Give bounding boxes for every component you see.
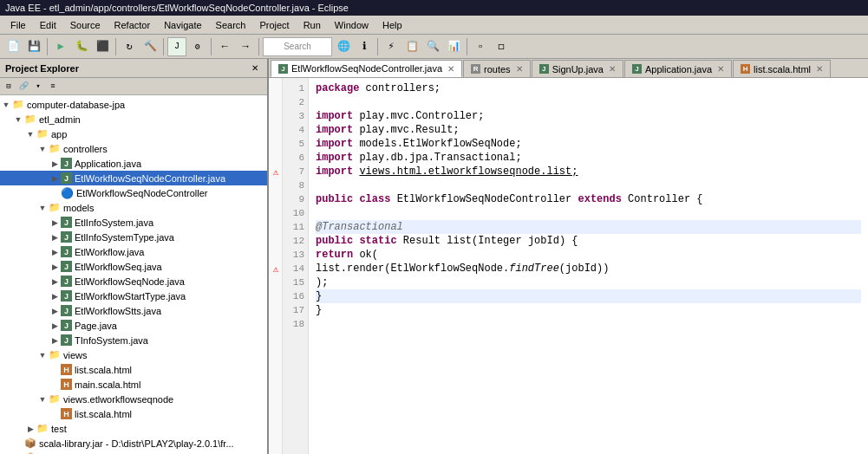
tree-expander[interactable]: ▶ — [49, 233, 61, 242]
toolbar-globe[interactable]: 🌐 — [334, 37, 353, 56]
menu-refactor[interactable]: Refactor — [108, 18, 158, 32]
editor-tab[interactable]: J EtlWorkflowSeqNodeController.java ✕ — [271, 60, 462, 77]
tree-expander[interactable]: ▶ — [49, 248, 61, 256]
toolbar-debug[interactable]: 🐛 — [72, 37, 91, 56]
explorer-content[interactable]: ▼📁computer-database-jpa▼📁etl_admin▼📁app▼… — [0, 95, 267, 454]
tree-item[interactable]: ▶JEtlWorkflow.java — [0, 244, 267, 259]
tree-expander[interactable]: ▼ — [12, 115, 24, 124]
folder-icon: 📁 — [24, 114, 36, 125]
tree-item[interactable]: ▶JPage.java — [0, 318, 267, 333]
toolbar-info[interactable]: ℹ — [355, 37, 374, 56]
tree-item[interactable]: ▶JEtlInfoSystemType.java — [0, 230, 267, 244]
tab-close[interactable]: ✕ — [447, 64, 454, 74]
explorer-view-menu[interactable]: ≡ — [46, 80, 60, 94]
tree-item[interactable]: ▼📁etl_admin — [0, 112, 267, 126]
tab-close[interactable]: ✕ — [816, 64, 823, 74]
menu-source[interactable]: Source — [63, 18, 108, 32]
tree-expander[interactable]: ▶ — [49, 307, 61, 315]
tree-item[interactable]: Hlist.scala.html — [0, 362, 267, 377]
editor-tab[interactable]: J Application.java ✕ — [624, 60, 732, 77]
tree-item[interactable]: ▶JApplication.java — [0, 156, 267, 171]
tree-item[interactable]: ▼📁views.etlworkflowseqnode — [0, 392, 267, 406]
java-icon: J — [61, 334, 72, 346]
toolbar-build[interactable]: 🔨 — [140, 37, 160, 56]
tree-item[interactable]: ▶JEtlWorkflowSeqNode.java — [0, 274, 267, 289]
tree-item[interactable]: Hlist.scala.html — [0, 406, 267, 421]
tree-item[interactable]: ▶JEtlWorkflowStts.java — [0, 303, 267, 318]
tree-item[interactable]: ▶JTInfoSystem.java — [0, 333, 267, 347]
explorer-link-editor[interactable]: 🔗 — [16, 80, 30, 94]
tree-expander[interactable]: ▼ — [0, 101, 12, 109]
tree-expander[interactable]: ▶ — [49, 159, 61, 168]
tree-item[interactable]: Hmain.scala.html — [0, 377, 267, 392]
tree-expander[interactable]: ▼ — [36, 395, 49, 404]
toolbar-sep6 — [377, 38, 378, 55]
tree-item[interactable]: ▼📁computer-database-jpa — [0, 97, 267, 112]
tree-expander[interactable]: ▼ — [36, 145, 49, 153]
tree-item[interactable]: ▶📁test — [0, 421, 267, 436]
tab-close[interactable]: ✕ — [516, 64, 523, 74]
toolbar-minimize[interactable]: ▫ — [471, 37, 490, 56]
editor-tab[interactable]: J SignUp.java ✕ — [532, 60, 623, 77]
tree-expander[interactable]: ▶ — [49, 321, 61, 330]
tree-expander[interactable]: ▶ — [49, 218, 61, 227]
explorer-collapse-all[interactable]: ⊟ — [2, 80, 16, 94]
toolbar-search[interactable]: Search — [263, 37, 332, 56]
toolbar-extra3[interactable]: 🔍 — [423, 37, 442, 56]
tree-item[interactable]: ▶JEtlWorkflowSeq.java — [0, 259, 267, 274]
tree-item[interactable]: ▼📁app — [0, 126, 267, 141]
tree-item[interactable]: ▼📁models — [0, 200, 267, 215]
tab-close[interactable]: ✕ — [717, 64, 724, 74]
editor-tab[interactable]: H list.scala.html ✕ — [733, 60, 831, 77]
toolbar-extra2[interactable]: 📋 — [402, 37, 421, 56]
java-icon: J — [61, 290, 72, 302]
tree-item[interactable]: ▶JEtlInfoSystem.java — [0, 215, 267, 230]
tree-expander[interactable]: ▼ — [24, 130, 36, 139]
toolbar-new[interactable]: 📄 — [3, 37, 23, 56]
html-icon: H — [61, 408, 72, 419]
toolbar-stop[interactable]: ⬛ — [93, 37, 112, 56]
tree-expander[interactable]: ▼ — [36, 204, 49, 212]
code-area[interactable]: package controllers; import play.mvc.Con… — [309, 78, 868, 454]
tree-expander[interactable]: ▼ — [36, 351, 49, 360]
tree-expander[interactable]: ▶ — [49, 263, 61, 271]
tree-item[interactable]: ▼📁controllers — [0, 141, 267, 156]
explorer-close-btn[interactable]: ✕ — [248, 62, 262, 75]
tab-close[interactable]: ✕ — [609, 64, 616, 74]
tree-item[interactable]: ▼📁views — [0, 347, 267, 362]
toolbar-refresh[interactable]: ↻ — [120, 37, 139, 56]
toolbar-extra4[interactable]: 📊 — [444, 37, 463, 56]
toolbar-run[interactable]: ▶ — [51, 37, 70, 56]
menu-file[interactable]: File — [3, 18, 33, 32]
menu-run[interactable]: Run — [297, 18, 328, 32]
tree-expander[interactable]: ▶ — [49, 277, 61, 286]
toolbar-extra1[interactable]: ⚡ — [382, 37, 401, 56]
html-icon: H — [61, 364, 72, 375]
editor-tab[interactable]: R routes ✕ — [463, 60, 531, 77]
tree-item[interactable]: 📦scala-library.jar - D:\distr\PLAY2\play… — [0, 436, 267, 451]
toolbar-perspective[interactable]: J — [167, 37, 186, 56]
tree-expander[interactable]: ▶ — [24, 425, 36, 433]
tree-item[interactable]: ▶JEtlWorkflowStartType.java — [0, 289, 267, 303]
toolbar-nav-back[interactable]: ← — [215, 37, 234, 56]
menu-edit[interactable]: Edit — [33, 18, 63, 32]
tree-expander[interactable]: ▶ — [49, 292, 61, 301]
tree-expander[interactable]: ▶ — [49, 336, 61, 345]
toolbar-maximize[interactable]: ◻ — [492, 37, 511, 56]
tree-item[interactable]: 📦play_2.9.1.jar - D:\distr\PLAY2\play-2.… — [0, 451, 267, 454]
toolbar-sep1 — [47, 38, 48, 55]
menu-help[interactable]: Help — [375, 18, 409, 32]
toolbar-save[interactable]: 💾 — [24, 37, 43, 56]
explorer-menu[interactable]: ▾ — [31, 80, 45, 94]
menu-search[interactable]: Search — [209, 18, 253, 32]
menu-navigate[interactable]: Navigate — [157, 18, 208, 32]
menu-project[interactable]: Project — [252, 18, 296, 32]
line-number: 9 — [286, 192, 304, 206]
tree-expander[interactable]: ▶ — [49, 174, 61, 183]
folder-icon: 📁 — [36, 423, 49, 434]
tree-item[interactable]: 🔵EtlWorkflowSeqNodeController — [0, 185, 267, 200]
menu-window[interactable]: Window — [328, 18, 375, 32]
toolbar-nav-fwd[interactable]: → — [236, 37, 255, 56]
toolbar-perspective2[interactable]: ⚙ — [188, 37, 207, 56]
tree-item[interactable]: ▶JEtlWorkflowSeqNodeController.java — [0, 171, 267, 185]
